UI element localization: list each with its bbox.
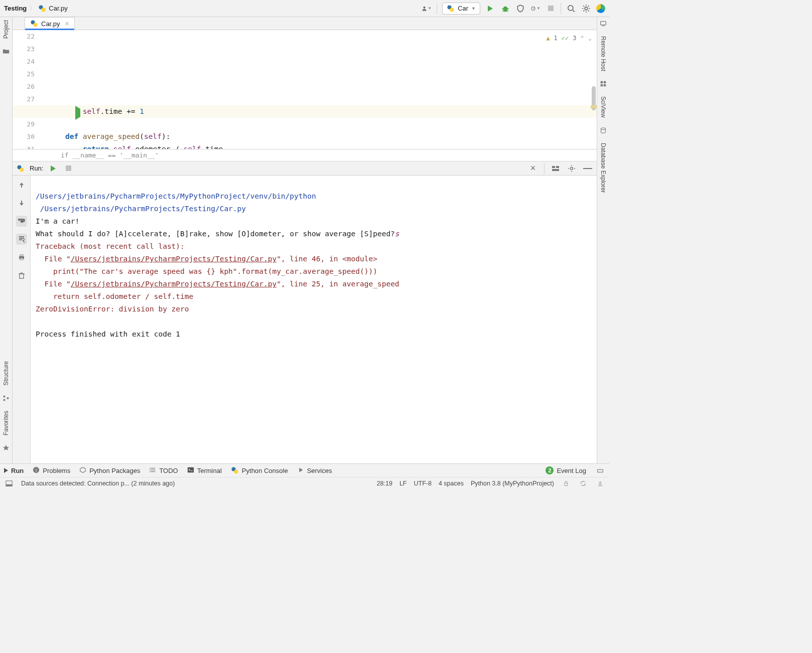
user-icon[interactable] [595, 478, 605, 488]
svg-rect-40 [20, 274, 24, 278]
minimize-icon[interactable]: — [583, 164, 593, 174]
svg-text:!: ! [36, 467, 37, 472]
svg-rect-45 [601, 81, 603, 83]
svg-point-13 [585, 7, 588, 10]
left-tool-stripe: Project Structure Favorites [0, 17, 13, 463]
code-editor[interactable]: 22232425262728293031 ▲ 1 ✓✓ 3 ⌃ ⌄ self.t… [13, 30, 597, 149]
trash-icon[interactable] [16, 270, 27, 281]
svg-rect-30 [556, 166, 559, 168]
line-separator[interactable]: LF [399, 480, 407, 487]
svg-line-18 [583, 6, 584, 7]
print-icon[interactable] [16, 252, 27, 263]
sync-icon[interactable] [578, 478, 588, 488]
warning-circle-icon: ! [33, 466, 40, 475]
settings-icon[interactable] [581, 4, 591, 14]
indent-settings[interactable]: 4 spaces [439, 480, 464, 487]
database-icon[interactable] [600, 127, 607, 134]
traceback-file-link[interactable]: /Users/jetbrains/PycharmProjects/Testing… [71, 280, 277, 288]
svg-point-60 [234, 470, 238, 474]
svg-point-2 [424, 6, 426, 8]
svg-line-7 [507, 9, 508, 9]
account-icon[interactable]: ▼ [422, 4, 432, 14]
star-icon[interactable] [3, 444, 10, 451]
breadcrumb[interactable]: Testing 〉 Car.py [4, 4, 68, 13]
svg-point-4 [450, 8, 454, 12]
file-tab-label: Car.py [41, 20, 60, 28]
chevron-down-icon[interactable]: ⌄ [588, 32, 592, 45]
console-line: return self.odometer / self.time [36, 292, 193, 300]
services-icon [297, 466, 304, 475]
favorites-tool-button[interactable]: Favorites [3, 411, 10, 435]
run-tool-button[interactable]: Run [4, 467, 24, 474]
svg-point-56 [150, 469, 151, 470]
scroll-to-end-icon[interactable] [16, 234, 27, 245]
sciview-icon[interactable] [600, 80, 607, 87]
file-encoding[interactable]: UTF-8 [414, 480, 432, 487]
chevron-up-icon[interactable]: ⌃ [581, 32, 584, 45]
terminal-tool-button[interactable]: Terminal [187, 466, 222, 475]
inspection-widget[interactable]: ▲ 1 ✓✓ 3 ⌃ ⌄ [546, 32, 592, 45]
close-icon[interactable]: × [65, 20, 69, 28]
event-log-tool-button[interactable]: 2 Event Log [546, 466, 586, 474]
remote-host-tool-button[interactable]: Remote Host [600, 36, 607, 71]
svg-rect-22 [4, 395, 6, 397]
memory-indicator-icon[interactable] [595, 465, 605, 475]
run-config-selector[interactable]: Car ▼ [442, 3, 480, 15]
up-arrow-icon[interactable] [16, 180, 27, 191]
tool-window-toggle-icon[interactable] [4, 478, 14, 488]
project-tool-button[interactable]: Project [3, 20, 10, 39]
problems-tool-button[interactable]: ! Problems [33, 466, 70, 475]
structure-tool-button[interactable]: Structure [3, 361, 10, 386]
profile-button[interactable]: ▼ [530, 4, 540, 14]
play-icon [4, 468, 8, 473]
status-message[interactable]: Data sources detected: Connection p... (… [21, 480, 175, 487]
run-line-gutter-icon[interactable] [75, 107, 80, 119]
database-tool-button[interactable]: Database Explorer [600, 143, 607, 193]
python-packages-tool-button[interactable]: Python Packages [79, 466, 140, 475]
search-icon[interactable] [566, 4, 576, 14]
lock-icon[interactable] [561, 478, 571, 488]
svg-rect-29 [552, 166, 555, 168]
stop-button[interactable] [63, 164, 73, 174]
bottom-tool-stripe: Run ! Problems Python Packages TODO Term… [0, 463, 609, 477]
traceback-file-link[interactable]: /Users/jetbrains/PycharmProjects/Testing… [71, 255, 277, 263]
breadcrumb-project[interactable]: Testing [4, 5, 27, 12]
settings-icon[interactable] [567, 164, 577, 174]
down-arrow-icon[interactable] [16, 198, 27, 209]
close-icon[interactable]: × [528, 164, 538, 174]
svg-marker-61 [299, 467, 303, 472]
svg-point-55 [150, 467, 151, 468]
svg-point-26 [34, 23, 38, 27]
svg-rect-58 [188, 467, 194, 472]
folder-icon[interactable] [3, 48, 10, 55]
check-icon: ✓✓ [562, 32, 569, 45]
svg-rect-65 [565, 483, 568, 485]
list-icon [149, 466, 156, 475]
caret-position[interactable]: 28:19 [377, 480, 392, 487]
python-interpreter[interactable]: Python 3.8 (MyPythonProject) [471, 480, 554, 487]
stop-button[interactable] [546, 4, 556, 14]
services-tool-button[interactable]: Services [297, 466, 332, 475]
svg-line-20 [583, 10, 584, 11]
run-button[interactable] [485, 4, 495, 14]
svg-point-57 [150, 471, 151, 472]
console-exit-line: Process finished with exit code 1 [36, 330, 180, 338]
svg-point-32 [571, 167, 573, 170]
structure-icon[interactable] [3, 395, 10, 402]
debug-button[interactable] [500, 4, 510, 14]
breadcrumb-file[interactable]: Car.py [49, 5, 68, 12]
remote-host-icon[interactable] [600, 20, 607, 27]
coverage-button[interactable] [515, 4, 525, 14]
layout-icon[interactable] [551, 164, 561, 174]
context-breadcrumb[interactable]: if __name__ == '__main__' [13, 149, 597, 161]
sciview-tool-button[interactable]: SciView [600, 96, 607, 117]
svg-point-66 [599, 481, 601, 484]
todo-tool-button[interactable]: TODO [149, 466, 178, 475]
file-tab-car[interactable]: Car.py × [25, 17, 75, 30]
jetbrains-icon[interactable] [596, 4, 605, 13]
python-console-tool-button[interactable]: Python Console [231, 466, 288, 474]
soft-wrap-icon[interactable] [16, 216, 27, 227]
run-tool-header: Run: × — [13, 161, 597, 176]
console-output[interactable]: /Users/jetbrains/PycharmProjects/MyPytho… [31, 176, 597, 463]
rerun-button[interactable] [48, 164, 58, 174]
